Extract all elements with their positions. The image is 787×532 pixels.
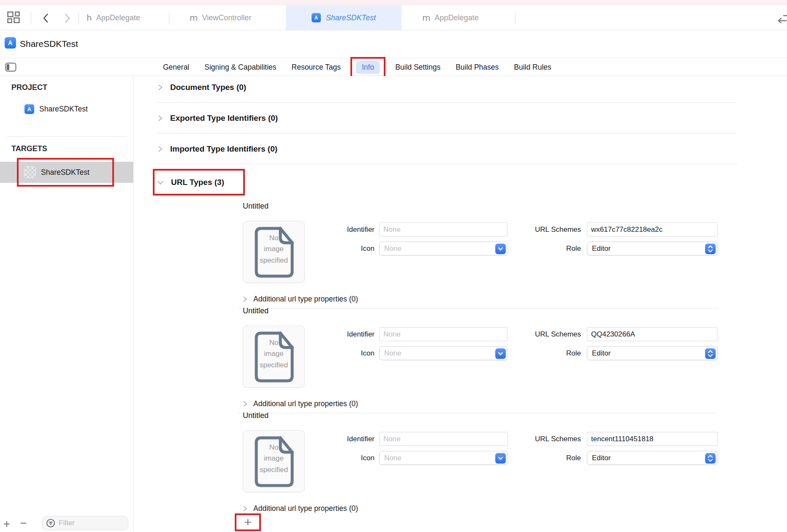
icon-combobox[interactable]: None — [379, 242, 508, 255]
additional-url-properties[interactable]: Additional url type properties (0) — [242, 293, 358, 304]
target-placeholder-icon — [24, 166, 36, 178]
role-popup[interactable]: Editor — [587, 451, 718, 465]
add-url-type-button[interactable]: + — [235, 513, 261, 531]
additional-url-properties[interactable]: Additional url type properties (0) — [242, 398, 358, 409]
info-settings-pane: Document Types (0) Exported Type Identif… — [134, 76, 787, 532]
divider — [238, 308, 718, 309]
url-type-image-well[interactable]: Noimagespecified — [243, 221, 305, 283]
role-popup[interactable]: Editor — [587, 242, 718, 255]
section-exported-type-identifiers[interactable]: Exported Type Identifiers (0) — [157, 113, 278, 124]
url-schemes-input[interactable]: QQ4230266A — [587, 327, 718, 341]
window-tab-label: AppDelegate — [96, 14, 140, 22]
url-schemes-input[interactable]: wx617c77c82218ea2c — [587, 223, 718, 236]
url-schemes-label: URL Schemes — [522, 327, 581, 341]
divider — [157, 164, 737, 164]
additional-url-properties[interactable]: Additional url type properties (0) — [242, 503, 358, 514]
chevron-right-icon — [157, 115, 163, 122]
tab-build-phases[interactable]: Build Phases — [456, 63, 499, 72]
header-file-icon: h — [87, 13, 92, 23]
forward-button[interactable] — [62, 13, 72, 25]
settings-tabs: General Signing & Capabilities Resource … — [163, 59, 551, 76]
app-store-icon — [312, 13, 321, 22]
additional-label: Additional url type properties (0) — [253, 295, 358, 304]
sidebar-item-target-sharesdktest-selected[interactable]: ShareSDKTest — [0, 162, 133, 183]
url-type-name[interactable]: Untitled — [243, 307, 269, 315]
url-type-image-well[interactable]: Noimagespecified — [243, 430, 305, 492]
chevron-right-icon — [242, 505, 248, 512]
divider — [238, 413, 718, 413]
role-value: Editor — [592, 349, 611, 357]
target-settings-tab-bar: General Signing & Capabilities Resource … — [0, 59, 787, 76]
url-schemes-label: URL Schemes — [522, 223, 581, 236]
role-label: Role — [522, 346, 581, 360]
targets-header: TARGETS — [11, 144, 47, 153]
no-image-text: Noimagespecified — [243, 442, 304, 475]
role-value: Editor — [592, 244, 611, 252]
add-target-button[interactable]: + — [3, 518, 10, 530]
tab-info-active[interactable]: Info — [356, 61, 380, 74]
popup-updown-icon[interactable] — [705, 348, 716, 359]
section-title: Imported Type Identifiers (0) — [170, 144, 277, 154]
no-image-text: Noimagespecified — [243, 337, 304, 371]
filter-icon — [46, 518, 55, 528]
chevron-right-icon — [157, 84, 163, 91]
popup-updown-icon[interactable] — [705, 453, 716, 464]
combo-chevron-down-icon[interactable] — [495, 244, 506, 254]
app-store-icon — [24, 104, 34, 114]
tab-build-settings[interactable]: Build Settings — [395, 63, 440, 72]
url-schemes-input[interactable]: tencent1110451818 — [587, 432, 718, 446]
divider — [169, 12, 169, 24]
tab-build-rules[interactable]: Build Rules — [514, 63, 551, 72]
project-title: ShareSDKTest — [20, 39, 78, 49]
combo-chevron-down-icon[interactable] — [495, 453, 506, 464]
window-tab-label: ViewController — [202, 14, 251, 22]
section-imported-type-identifiers[interactable]: Imported Type Identifiers (0) — [157, 144, 277, 155]
chevron-right-icon — [242, 296, 248, 302]
divider — [31, 12, 31, 24]
icon-combobox[interactable]: None — [379, 346, 508, 360]
tab-overview-icon[interactable] — [7, 11, 21, 26]
app-store-icon — [5, 37, 16, 49]
chevron-right-icon — [157, 146, 163, 152]
chevron-down-icon — [157, 179, 164, 185]
filter-placeholder: Filter — [59, 519, 75, 527]
additional-label: Additional url type properties (0) — [253, 504, 358, 513]
role-label: Role — [522, 242, 581, 255]
section-url-types[interactable]: URL Types (3) — [157, 177, 224, 188]
plus-icon: + — [244, 515, 252, 529]
filter-input[interactable]: Filter — [42, 516, 128, 530]
section-title: Exported Type Identifiers (0) — [170, 114, 278, 123]
sidebar-item-project-sharesdktest[interactable]: ShareSDKTest — [24, 102, 88, 116]
url-type-name[interactable]: Untitled — [243, 202, 269, 211]
window-tab-appdelegate-h[interactable]: h AppDelegate — [87, 5, 140, 30]
tab-signing-capabilities[interactable]: Signing & Capabilities — [204, 63, 276, 72]
divider — [157, 102, 737, 103]
project-item-label: ShareSDKTest — [39, 105, 88, 114]
identifier-input[interactable]: None — [379, 223, 508, 236]
impl-file-icon: m — [190, 13, 198, 23]
window-tab-label: ShareSDKTest — [326, 14, 376, 22]
combo-chevron-down-icon[interactable] — [495, 348, 506, 359]
tab-resource-tags[interactable]: Resource Tags — [292, 63, 341, 72]
additional-label: Additional url type properties (0) — [253, 399, 358, 408]
url-type-image-well[interactable]: Noimagespecified — [243, 326, 305, 388]
icon-combobox[interactable]: None — [379, 451, 508, 465]
sidebar-toggle-icon[interactable] — [5, 62, 16, 73]
role-popup[interactable]: Editor — [587, 346, 718, 360]
section-document-types[interactable]: Document Types (0) — [157, 82, 246, 93]
divider — [79, 12, 79, 24]
back-button[interactable] — [41, 13, 51, 25]
window-tab-sharesdktest-active[interactable]: ShareSDKTest — [286, 5, 402, 30]
window-tab-viewcontroller[interactable]: m ViewController — [190, 5, 251, 30]
window-tab-appdelegate-m[interactable]: m AppDelegate — [422, 5, 479, 30]
identifier-input[interactable]: None — [379, 432, 508, 446]
popup-updown-icon[interactable] — [705, 244, 716, 254]
editor-tab-bar: h AppDelegate m ViewController ShareSDKT… — [0, 5, 787, 30]
project-navigator-sidebar: PROJECT ShareSDKTest TARGETS ShareSDKTes… — [0, 76, 133, 532]
swap-arrows-icon[interactable] — [778, 13, 787, 25]
url-type-name[interactable]: Untitled — [243, 411, 269, 420]
remove-target-button[interactable]: − — [20, 518, 27, 529]
identifier-input[interactable]: None — [379, 327, 508, 341]
tab-general[interactable]: General — [163, 63, 189, 72]
window-tab-label: AppDelegate — [434, 14, 478, 22]
